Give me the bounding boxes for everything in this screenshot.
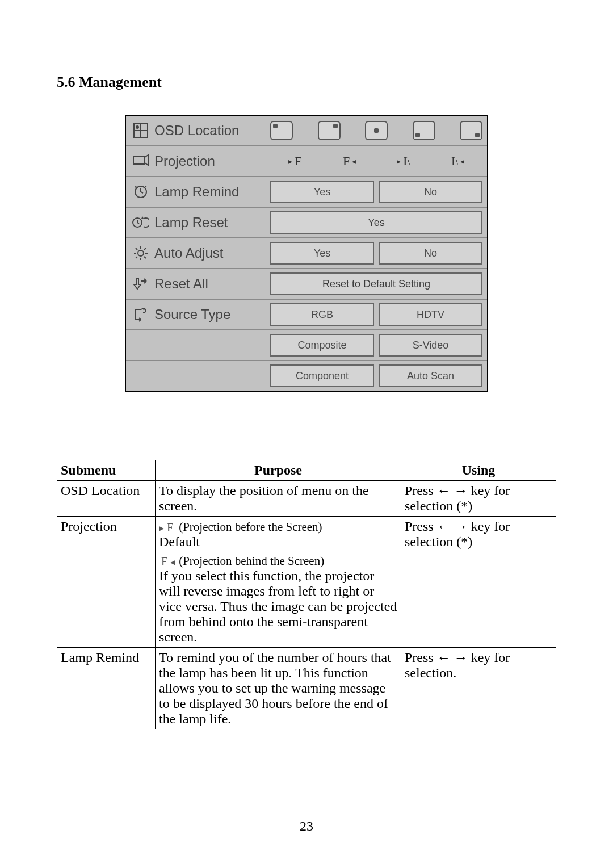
source-rgb-button[interactable]: RGB: [270, 303, 374, 326]
loc-center-icon[interactable]: [365, 121, 388, 140]
osd-label-lamp-reset: Lamp Reset: [126, 208, 270, 237]
proj-body-text: If you select this function, the project…: [159, 568, 397, 645]
proj-rear-icon[interactable]: ▸F: [343, 154, 356, 169]
proj-front-icon[interactable]: ▸F: [288, 154, 301, 169]
osd-label-source-type: Source Type: [126, 300, 270, 329]
cell-submenu-lamp: Lamp Remind: [57, 648, 156, 729]
projection-icon: [131, 151, 151, 171]
source-hdtv-button[interactable]: HDTV: [379, 303, 482, 326]
arrow-keys-icon: ← →: [437, 519, 468, 534]
proj-rear-mini-icon: ▸ F: [159, 555, 175, 568]
osd-label-projection: Projection: [126, 146, 270, 176]
page-number: 23: [0, 819, 613, 834]
lamp-remind-no-button[interactable]: No: [379, 181, 482, 203]
osd-row-source-type: Source Type RGB HDTV: [126, 299, 487, 329]
proj-ceiling-rear-icon[interactable]: ▸F: [451, 154, 464, 169]
arrow-keys-icon: ← →: [437, 650, 468, 665]
cell-using-projection: Press ← → key for selection (*): [401, 517, 556, 648]
osd-row-source-type-2: Composite S-Video: [126, 329, 487, 360]
th-purpose: Purpose: [156, 460, 401, 481]
cell-purpose-lamp: To remind you of the number of hours tha…: [156, 648, 401, 729]
brightness-icon: [131, 243, 151, 263]
osd-lamp-remind-options: Yes No: [270, 177, 487, 207]
osd-label-empty-1: [126, 330, 270, 360]
using-prefix: Press: [405, 483, 437, 498]
osd-panel: OSD Location Projection ▸F ▸F ▸F: [125, 115, 488, 392]
osd-source-type-row3: Component Auto Scan: [270, 361, 487, 391]
osd-label-reset-all: Reset All: [126, 269, 270, 299]
arrow-keys-icon: ← →: [437, 483, 468, 498]
source-component-button[interactable]: Component: [270, 364, 374, 387]
reset-all-button[interactable]: Reset to Default Setting: [270, 272, 482, 295]
th-submenu: Submenu: [57, 460, 156, 481]
osd-source-type-text: Source Type: [154, 307, 230, 322]
cell-using-osd: Press ← → key for selection (*): [401, 481, 556, 517]
cell-purpose-osd: To display the position of menu on the s…: [156, 481, 401, 517]
osd-projection-options[interactable]: ▸F ▸F ▸F ▸F: [270, 146, 487, 176]
svg-line-15: [144, 248, 146, 250]
svg-point-3: [136, 125, 139, 129]
osd-auto-adjust-options: Yes No: [270, 238, 487, 268]
osd-source-type-row1: RGB HDTV: [270, 300, 487, 329]
osd-label-auto-adjust: Auto Adjust: [126, 238, 270, 268]
cell-submenu-projection: Projection: [57, 517, 156, 648]
osd-row-lamp-reset: Lamp Reset Yes: [126, 207, 487, 237]
osd-location-options[interactable]: [270, 116, 487, 145]
svg-rect-4: [133, 156, 145, 164]
using-prefix: Press: [405, 650, 437, 665]
table-row: Lamp Remind To remind you of the number …: [57, 648, 556, 729]
lamp-reset-yes-button[interactable]: Yes: [270, 211, 482, 234]
svg-line-12: [136, 248, 137, 250]
clock-icon: [131, 182, 151, 202]
osd-row-reset-all: Reset All Reset to Default Setting: [126, 268, 487, 299]
table-row: Projection ▸ F (Projection before the Sc…: [57, 517, 556, 648]
osd-auto-adjust-text: Auto Adjust: [154, 245, 223, 261]
reset-clock-icon: [131, 212, 151, 233]
svg-line-13: [144, 257, 146, 258]
source-svideo-button[interactable]: S-Video: [379, 334, 482, 357]
loc-top-right-icon[interactable]: [318, 121, 341, 140]
osd-lamp-remind-text: Lamp Remind: [154, 184, 239, 200]
osd-lamp-reset-options: Yes: [270, 208, 487, 237]
auto-adjust-yes-button[interactable]: Yes: [270, 242, 374, 265]
osd-projection-text: Projection: [154, 153, 215, 169]
submenu-table: Submenu Purpose Using OSD Location To di…: [57, 460, 556, 729]
th-using: Using: [401, 460, 556, 481]
osd-row-location: OSD Location: [126, 116, 487, 145]
loc-bottom-right-icon[interactable]: [460, 121, 482, 140]
osd-source-type-row2: Composite S-Video: [270, 330, 487, 360]
auto-adjust-no-button[interactable]: No: [379, 242, 482, 265]
source-icon: [131, 304, 151, 325]
osd-lamp-reset-text: Lamp Reset: [154, 215, 228, 230]
svg-line-14: [136, 257, 137, 258]
section-title: 5.6 Management: [57, 74, 556, 91]
loc-top-left-icon[interactable]: [270, 121, 293, 140]
svg-point-7: [138, 250, 144, 256]
osd-label-location: OSD Location: [126, 116, 270, 145]
cell-purpose-projection: ▸ F (Projection before the Screen) Defau…: [156, 517, 401, 648]
table-header-row: Submenu Purpose Using: [57, 460, 556, 481]
osd-location-text: OSD Location: [154, 123, 239, 139]
cell-submenu-osd: OSD Location: [57, 481, 156, 517]
osd-row-projection: Projection ▸F ▸F ▸F ▸F: [126, 145, 487, 176]
osd-reset-all-options: Reset to Default Setting: [270, 269, 487, 299]
cell-using-lamp: Press ← → key for selection.: [401, 648, 556, 729]
grid-icon: [131, 120, 151, 141]
table-row: OSD Location To display the position of …: [57, 481, 556, 517]
osd-row-lamp-remind: Lamp Remind Yes No: [126, 176, 487, 207]
proj-behind-text: (Projection behind the Screen): [179, 554, 324, 568]
using-prefix: Press: [405, 519, 437, 534]
osd-row-source-type-3: Component Auto Scan: [126, 360, 487, 391]
proj-before-text: (Projection before the Screen): [179, 520, 322, 534]
lamp-remind-yes-button[interactable]: Yes: [270, 181, 374, 203]
osd-row-auto-adjust: Auto Adjust Yes No: [126, 237, 487, 268]
osd-label-empty-2: [126, 361, 270, 391]
proj-default-text: Default: [159, 534, 397, 550]
osd-reset-all-text: Reset All: [154, 276, 208, 292]
source-composite-button[interactable]: Composite: [270, 334, 374, 357]
proj-ceiling-front-icon[interactable]: ▸F: [397, 154, 410, 169]
loc-bottom-left-icon[interactable]: [413, 121, 435, 140]
proj-front-mini-icon: ▸ F: [159, 521, 175, 534]
source-autoscan-button[interactable]: Auto Scan: [379, 364, 482, 387]
osd-label-lamp-remind: Lamp Remind: [126, 177, 270, 207]
